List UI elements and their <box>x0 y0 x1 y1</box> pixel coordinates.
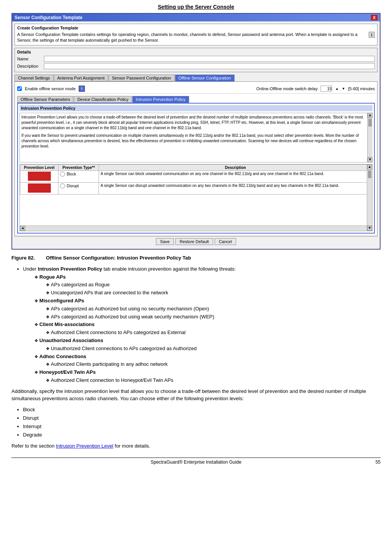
intrusion-prevention-level-link[interactable]: Intrusion Prevention Level <box>56 443 113 449</box>
list-item: Uncategorized APs that are connected to … <box>46 289 381 297</box>
prevention-table-container: Prevention Level Prevention Type** Descr… <box>19 164 373 231</box>
dialog-title: Sensor Configuration Template <box>15 15 83 20</box>
list-item: Degrade <box>23 431 381 439</box>
block-radio-label: Block <box>60 172 97 177</box>
list-item: Block <box>23 406 381 414</box>
delay-label: Online-Offline mode switch delay <box>256 86 318 91</box>
threat-misconfigured-aps: Misconfigured APs APs categorized as Aut… <box>34 297 381 321</box>
main-bullet: Under Intrusion Prevention Policy tab en… <box>23 265 381 385</box>
sub-tab-device-classification[interactable]: Device Classification Policy <box>74 96 132 103</box>
table-scrollbar-vertical[interactable]: ▲ ▼ <box>367 164 372 226</box>
unauthorized-items: Unauthorized Client connections to APs c… <box>46 345 381 353</box>
create-config-section: Create Configuration Template A Sensor C… <box>15 24 377 45</box>
refer-post: for more details. <box>113 443 151 449</box>
save-button[interactable]: Save <box>156 238 174 245</box>
sub-tab-ipp[interactable]: Intrusion Prevention Policy <box>132 96 189 103</box>
info-icon[interactable]: i <box>79 86 85 92</box>
ipp-desc-scroll-area: Intrusion Prevention Level allows you to… <box>19 113 373 162</box>
h-scroll-track <box>25 226 367 231</box>
prevention-levels-list: Block Disrupt Interrupt Degrade <box>23 406 381 439</box>
description-label: Description <box>17 64 44 68</box>
disrupt-description-cell: A single Sensor can disrupt unwanted com… <box>99 182 372 194</box>
offline-mode-row: Enable offline sensor mode i Online-Offl… <box>17 84 375 94</box>
scroll-thumb[interactable] <box>368 119 372 127</box>
h-scroll-left-btn[interactable]: ◄ <box>20 226 25 231</box>
disrupt-radio[interactable] <box>60 183 65 188</box>
additionally-text: Additionally, specify the intrusion prev… <box>11 388 381 402</box>
disrupt-radio-label: Disrupt <box>60 183 97 188</box>
block-description-cell: A single Sensor can block unwanted commu… <box>99 170 372 182</box>
intro-item: Under Intrusion Prevention Policy tab en… <box>23 265 381 385</box>
tab-channel-settings[interactable]: Channel Settings <box>15 75 53 81</box>
threats-list: Rogue APs APs categorized as Rogue Uncat… <box>34 273 381 385</box>
tab-antenna-port[interactable]: Antenna Port Assignment <box>54 75 108 81</box>
sub-tab-offline-params[interactable]: Offline Sensor Parameters <box>17 96 73 103</box>
page-footer: SpectraGuard® Enterprise Installation Gu… <box>11 458 381 465</box>
ipp-description: Intrusion Prevention Level allows you to… <box>20 113 372 162</box>
restore-default-button[interactable]: Restore Default <box>175 238 213 245</box>
table-row: Disrupt A single Sensor can disrupt unwa… <box>20 182 372 194</box>
scroll-up-btn[interactable]: ▲ <box>368 113 373 118</box>
sub-tabs: Offline Sensor Parameters Device Classif… <box>17 96 375 103</box>
name-input[interactable] <box>44 56 375 62</box>
list-item: Disrupt <box>23 414 381 422</box>
delay-spinner-up[interactable]: ▲ <box>335 87 339 91</box>
level-block-indicator <box>28 172 51 181</box>
offline-mode-label: Enable offline sensor mode <box>25 86 76 91</box>
adhoc-label: Adhoc Connections <box>39 354 86 359</box>
ipp-para2: If you want the Sensor to prevent unwant… <box>21 133 371 149</box>
honeypot-label: Honeypot/Evil Twin APs <box>39 369 96 375</box>
refer-pre: Refer to the section <box>11 443 56 449</box>
level-disrupt-indicator <box>28 183 51 193</box>
level-block-cell <box>20 170 58 182</box>
block-radio[interactable] <box>60 172 65 177</box>
adhoc-items: Authorized Clients participating in any … <box>46 360 381 368</box>
scrollbar-vertical[interactable]: ▲ ▼ <box>367 113 373 162</box>
threat-rogue-aps: Rogue APs APs categorized as Rogue Uncat… <box>34 273 381 297</box>
dialog-body: Create Configuration Template A Sensor C… <box>12 21 380 249</box>
main-tabs: Channel Settings Antenna Port Assignment… <box>15 75 377 81</box>
dialog-close-button[interactable]: X <box>371 15 377 20</box>
table-scroll-up-btn[interactable]: ▲ <box>367 164 372 170</box>
offline-mode-checkbox[interactable] <box>17 86 22 91</box>
refer-text: Refer to the section Intrusion Preventio… <box>11 442 381 450</box>
name-label: Name <box>17 57 44 61</box>
tab-offline-sensor[interactable]: Offline Sensor Configuration <box>175 75 235 81</box>
delay-range: [5-60] minutes <box>348 86 375 91</box>
intro-rest: tab enable intrusion prevention against … <box>102 266 236 272</box>
list-item: APs categorized as Authorized but using … <box>46 313 381 321</box>
ipp-title: Intrusion Prevention Policy <box>19 105 373 111</box>
delay-spinner-down[interactable]: ▼ <box>342 87 345 91</box>
description-input[interactable] <box>44 63 375 69</box>
scroll-down-btn[interactable]: ▼ <box>368 157 373 162</box>
intro-text: Under Intrusion Prevention Policy tab en… <box>11 265 381 385</box>
name-field-row: Name <box>17 56 375 62</box>
threat-unauthorized: Unauthorized Associations Unauthorized C… <box>34 337 381 353</box>
threat-client-mis: Client Mis-associations Authorized Clien… <box>34 321 381 337</box>
help-icon[interactable]: i <box>369 32 375 38</box>
create-config-label: Create Configuration Template <box>17 26 375 30</box>
cancel-button[interactable]: Cancel <box>215 238 236 245</box>
threat-adhoc: Adhoc Connections Authorized Clients par… <box>34 353 381 369</box>
client-mis-items: Authorized Client connections to APs cat… <box>46 329 381 337</box>
details-section: Details Name Description <box>15 48 377 72</box>
table-scroll-track <box>367 170 372 226</box>
col-description: Description <box>99 164 372 170</box>
dialog-titlebar: Sensor Configuration Template X <box>12 14 380 21</box>
delay-input[interactable] <box>321 86 332 92</box>
type-block-cell: Block <box>58 170 99 182</box>
col-prevention-type: Prevention Type** <box>58 164 99 170</box>
create-config-description: A Sensor Configuration Template contains… <box>17 32 366 44</box>
table-scroll-thumb[interactable] <box>368 170 371 178</box>
tab-sensor-password[interactable]: Sensor Password Configuration <box>109 75 175 81</box>
block-label: Block <box>66 172 76 176</box>
ipp-desc-container: Intrusion Prevention Level allows you to… <box>19 113 373 162</box>
prevention-table-wrapper: Prevention Level Prevention Type** Descr… <box>20 164 372 226</box>
threat-honeypot: Honeypot/Evil Twin APs Authorized Client… <box>34 368 381 385</box>
page-title: Setting up the Server Console <box>11 4 381 10</box>
ipp-bold: Intrusion Prevention Policy <box>38 266 102 272</box>
list-item: Authorized Client connections to APs cat… <box>46 329 381 337</box>
list-item: Interrupt <box>23 422 381 431</box>
table-scrollbar-horizontal[interactable]: ◄ ► <box>20 226 372 231</box>
unauthorized-label: Unauthorized Associations <box>39 338 103 343</box>
